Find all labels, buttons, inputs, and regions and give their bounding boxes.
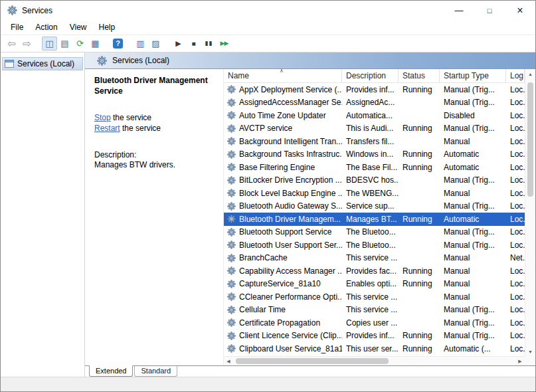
service-gear-icon bbox=[227, 241, 236, 249]
table-row[interactable]: Background Tasks Infrastruc... Windows i… bbox=[224, 148, 525, 161]
scroll-down-icon[interactable]: ▼ bbox=[525, 347, 535, 356]
horizontal-scrollbar[interactable]: ◀ ▶ bbox=[224, 356, 525, 365]
table-row[interactable]: Bluetooth Driver Managem... Manages BT..… bbox=[224, 213, 525, 226]
table-row[interactable]: Certificate Propagation Copies user ... … bbox=[224, 316, 525, 330]
scroll-up-icon[interactable]: ▲ bbox=[525, 69, 535, 78]
service-startup-type: Manual bbox=[440, 292, 506, 302]
service-log-on-as: Loc... bbox=[506, 189, 525, 198]
service-description: Provides inf... bbox=[342, 85, 399, 94]
table-row[interactable]: BitLocker Drive Encryption ... BDESVC ho… bbox=[224, 174, 525, 187]
services-gear-icon bbox=[7, 5, 17, 15]
restart-service-button[interactable]: ▶▶ bbox=[217, 37, 232, 50]
stop-icon: ■ bbox=[191, 41, 195, 47]
table-row[interactable]: AppX Deployment Service (... Provides in… bbox=[224, 83, 525, 96]
service-gear-icon bbox=[227, 215, 236, 223]
service-name: Auto Time Zone Updater bbox=[239, 111, 326, 120]
view-tabs: Extended Standard bbox=[85, 365, 535, 377]
table-row[interactable]: Bluetooth User Support Ser... The Blueto… bbox=[224, 239, 525, 252]
vertical-scrollbar-track[interactable] bbox=[525, 78, 535, 347]
horizontal-scrollbar-track[interactable] bbox=[233, 357, 515, 365]
properties-button[interactable]: ▦ bbox=[88, 37, 103, 50]
sort-ascending-icon: ∧ bbox=[280, 69, 284, 74]
service-startup-type: Manual (Trig... bbox=[440, 227, 506, 237]
stop-service-link[interactable]: Stop bbox=[94, 113, 111, 122]
standard-view-button[interactable]: ▨ bbox=[148, 37, 163, 50]
tab-extended[interactable]: Extended bbox=[89, 365, 133, 377]
service-log-on-as: Loc... bbox=[506, 201, 525, 211]
export-list-button[interactable]: ▤ bbox=[57, 37, 72, 50]
forward-button[interactable]: ⇨ bbox=[19, 37, 35, 50]
pause-service-button[interactable]: ▮▮ bbox=[201, 37, 217, 50]
tree-item-services-local[interactable]: Services (Local) bbox=[2, 57, 83, 70]
toolbar: ⇦ ⇨ ◫ ▤ ⟳ ▦ ? ▥ ▨ ▶ ■ ▮▮ ▶▶ bbox=[1, 35, 535, 52]
start-service-button[interactable]: ▶ bbox=[171, 37, 186, 50]
vertical-scrollbar[interactable]: ▲ ▼ bbox=[525, 69, 535, 356]
start-icon: ▶ bbox=[175, 40, 181, 47]
stop-service-button[interactable]: ■ bbox=[186, 37, 201, 50]
service-log-on-as: Loc... bbox=[506, 241, 525, 250]
table-row[interactable]: BranchCache This service ... Manual Net.… bbox=[224, 252, 525, 265]
service-name: Background Tasks Infrastruc... bbox=[239, 149, 342, 159]
service-description: The Base Fil... bbox=[342, 163, 399, 172]
table-row[interactable]: CCleaner Performance Opti... This servic… bbox=[224, 290, 525, 304]
help-button[interactable]: ? bbox=[110, 37, 126, 50]
table-row[interactable]: Capability Access Manager ... Provides f… bbox=[224, 264, 525, 278]
menu-action[interactable]: Action bbox=[29, 21, 63, 33]
menu-view[interactable]: View bbox=[64, 21, 93, 33]
service-description: Manages BT... bbox=[342, 215, 399, 224]
service-startup-type: Manual (Trig... bbox=[440, 98, 506, 107]
service-log-on-as: Loc... bbox=[506, 318, 525, 328]
table-row[interactable]: Background Intelligent Tran... Transfers… bbox=[224, 135, 525, 148]
column-header-name[interactable]: ∧ Name bbox=[224, 69, 342, 82]
back-button[interactable]: ⇦ bbox=[4, 37, 19, 50]
table-row[interactable]: AVCTP service This is Audi... Running Ma… bbox=[224, 122, 525, 136]
table-row[interactable]: Cellular Time This service ... Manual (T… bbox=[224, 304, 525, 317]
service-status: Running bbox=[399, 215, 440, 224]
service-gear-icon bbox=[227, 318, 236, 327]
scroll-right-icon[interactable]: ▶ bbox=[515, 357, 525, 365]
table-row[interactable]: AssignedAccessManager Se... AssignedAc..… bbox=[224, 96, 525, 110]
service-description: This is Audi... bbox=[342, 124, 399, 133]
service-startup-type: Manual (Trig... bbox=[440, 331, 506, 340]
column-header-startup-type[interactable]: Startup Type bbox=[440, 69, 506, 82]
table-row[interactable]: Bluetooth Audio Gateway S... Service sup… bbox=[224, 200, 525, 213]
service-name: CCleaner Performance Opti... bbox=[239, 292, 342, 302]
service-gear-icon bbox=[227, 254, 236, 262]
table-row[interactable]: Client Licence Service (Clip... Provides… bbox=[224, 330, 525, 343]
service-startup-type: Manual (Trig... bbox=[440, 241, 506, 250]
service-gear-icon bbox=[227, 280, 236, 288]
statusbar bbox=[1, 377, 535, 391]
restart-service-link[interactable]: Restart bbox=[94, 124, 120, 133]
extended-view-button[interactable]: ▥ bbox=[133, 37, 148, 50]
menu-help[interactable]: Help bbox=[93, 21, 122, 33]
menu-file[interactable]: File bbox=[5, 21, 29, 33]
minimize-button[interactable]: — bbox=[444, 1, 474, 20]
service-log-on-as: Loc... bbox=[506, 85, 525, 94]
refresh-button[interactable]: ⟳ bbox=[72, 37, 88, 50]
service-status: Running bbox=[399, 149, 440, 159]
services-window: Services — □ × File Action View Help ⇦ ⇨… bbox=[0, 0, 536, 392]
service-startup-type: Manual bbox=[440, 137, 506, 146]
horizontal-scrollbar-thumb[interactable] bbox=[236, 358, 389, 364]
tab-standard[interactable]: Standard bbox=[134, 365, 177, 377]
show-console-tree-button[interactable]: ◫ bbox=[42, 37, 57, 50]
vertical-scrollbar-thumb[interactable] bbox=[527, 82, 533, 197]
table-row[interactable]: Base Filtering Engine The Base Fil... Ru… bbox=[224, 161, 525, 174]
table-row[interactable]: Clipboard User Service_81a10 This user s… bbox=[224, 342, 525, 355]
table-row[interactable]: Bluetooth Support Service The Bluetoo...… bbox=[224, 226, 525, 239]
service-log-on-as: Loc... bbox=[506, 163, 525, 172]
table-row[interactable]: CaptureService_81a10 Enables opti... Run… bbox=[224, 278, 525, 291]
service-gear-icon bbox=[227, 306, 236, 314]
restart-link-suffix: the service bbox=[120, 124, 161, 133]
service-gear-icon bbox=[227, 163, 236, 171]
column-header-status[interactable]: Status bbox=[399, 69, 440, 82]
column-header-description[interactable]: Description bbox=[342, 69, 399, 82]
close-button[interactable]: × bbox=[505, 1, 535, 20]
maximize-button[interactable]: □ bbox=[474, 1, 505, 20]
console-tree-icon: ◫ bbox=[45, 39, 53, 48]
column-header-log-on-as[interactable]: Log bbox=[506, 69, 525, 82]
table-row[interactable]: Block Level Backup Engine ... The WBENG.… bbox=[224, 187, 525, 200]
service-gear-icon bbox=[227, 150, 236, 159]
table-row[interactable]: Auto Time Zone Updater Automatica... Dis… bbox=[224, 109, 525, 122]
scroll-left-icon[interactable]: ◀ bbox=[224, 357, 233, 365]
